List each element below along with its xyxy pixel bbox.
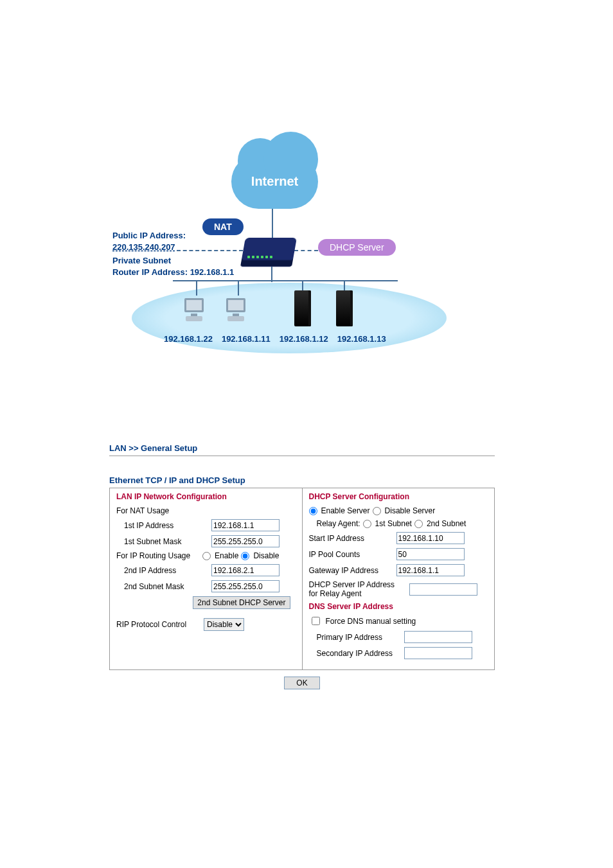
- first-mask-label: 1st Subnet Mask: [116, 537, 208, 546]
- gateway-input[interactable]: [396, 564, 465, 576]
- public-ip-value: 220.135.240.207: [112, 242, 234, 253]
- second-ip-label: 2nd IP Address: [116, 566, 208, 575]
- pool-counts-label: IP Pool Counts: [309, 550, 393, 559]
- relay-1st-subnet-label: 1st Subnet: [375, 519, 412, 528]
- svg-rect-3: [186, 316, 202, 321]
- router-ip-label: Router IP Address: 192.168.1.1: [112, 267, 234, 278]
- lan-ip-title: LAN IP Network Configuration: [116, 492, 296, 501]
- svg-rect-7: [227, 316, 244, 321]
- ok-button[interactable]: OK: [284, 677, 319, 689]
- routing-enable-radio[interactable]: [202, 552, 211, 560]
- internet-cloud: Internet: [231, 154, 318, 209]
- rip-label: RIP Protocol Control: [116, 620, 200, 629]
- relay-2nd-subnet-label: 2nd Subnet: [427, 519, 466, 528]
- first-ip-input[interactable]: [211, 519, 280, 531]
- first-mask-input[interactable]: [211, 535, 280, 547]
- network-diagram: Internet NAT DHCP Server Public IP Addre…: [119, 154, 494, 385]
- start-ip-input[interactable]: [396, 532, 465, 544]
- relay-ip-label: DHCP Server IP Address for Relay Agent: [309, 580, 405, 598]
- pc-icon: [182, 296, 211, 325]
- enable-server-radio[interactable]: [309, 507, 317, 515]
- secondary-dns-input[interactable]: [404, 647, 472, 659]
- diagram-left-labels: Public IP Address: 220.135.240.207 Priva…: [112, 230, 234, 278]
- server-icon: [294, 290, 311, 326]
- gateway-label: Gateway IP Address: [309, 566, 393, 575]
- host-ip: 192.168.1.12: [280, 334, 328, 344]
- host-ip: 192.168.1.13: [337, 334, 386, 344]
- force-dns-label: Force DNS manual setting: [326, 617, 416, 626]
- server-icon: [336, 290, 353, 326]
- breadcrumb: LAN >> General Setup: [109, 443, 495, 456]
- dhcp-server-badge: DHCP Server: [318, 239, 396, 256]
- pc-icon: [224, 296, 253, 325]
- svg-rect-2: [191, 314, 197, 316]
- for-nat-usage-label: For NAT Usage: [116, 506, 200, 515]
- second-ip-input[interactable]: [211, 564, 280, 576]
- dhcp-title: DHCP Server Configuration: [309, 492, 488, 501]
- public-ip-label: Public IP Address:: [112, 230, 234, 242]
- secondary-dns-label: Secondary IP Address: [309, 649, 400, 658]
- svg-rect-6: [233, 314, 239, 316]
- dhcp-column: DHCP Server Configuration Enable Server …: [302, 488, 495, 669]
- host-ip-row: 192.168.1.22 192.168.1.11 192.168.1.12 1…: [164, 334, 386, 344]
- routing-enable-label: Enable: [215, 551, 238, 560]
- internet-label: Internet: [231, 154, 318, 209]
- svg-rect-5: [228, 300, 244, 310]
- router-icon: [240, 238, 297, 267]
- svg-rect-1: [186, 300, 202, 310]
- primary-dns-input[interactable]: [404, 631, 472, 643]
- primary-dns-label: Primary IP Address: [309, 633, 400, 642]
- lan-general-setup-panel: LAN >> General Setup Ethernet TCP / IP a…: [109, 443, 495, 689]
- force-dns-checkbox[interactable]: [312, 617, 320, 625]
- host-ip: 192.168.1.11: [222, 334, 271, 344]
- section-title: Ethernet TCP / IP and DHCP Setup: [109, 475, 495, 485]
- routing-disable-label: Disable: [253, 551, 279, 560]
- for-ip-routing-label: For IP Routing Usage: [116, 551, 200, 560]
- relay-ip-input[interactable]: [409, 583, 477, 596]
- relay-1st-subnet-radio[interactable]: [363, 520, 371, 528]
- first-ip-label: 1st IP Address: [116, 521, 208, 530]
- private-subnet-label: Private Subnet: [112, 255, 234, 267]
- disable-server-radio[interactable]: [373, 507, 381, 515]
- dns-server-title: DNS Server IP Address: [309, 602, 488, 611]
- pool-counts-input[interactable]: [396, 548, 465, 560]
- rip-select[interactable]: Disable: [204, 618, 244, 631]
- start-ip-label: Start IP Address: [309, 534, 393, 543]
- enable-server-label: Enable Server: [321, 506, 370, 515]
- routing-disable-radio[interactable]: [241, 552, 249, 560]
- host-ip: 192.168.1.22: [164, 334, 213, 344]
- lan-ip-column: LAN IP Network Configuration For NAT Usa…: [110, 488, 302, 669]
- relay-agent-label: Relay Agent:: [317, 519, 360, 528]
- second-mask-label: 2nd Subnet Mask: [116, 582, 208, 591]
- relay-2nd-subnet-radio[interactable]: [414, 520, 423, 528]
- second-mask-input[interactable]: [211, 580, 280, 592]
- second-subnet-dhcp-button[interactable]: 2nd Subnet DHCP Server: [193, 596, 290, 609]
- disable-server-label: Disable Server: [385, 506, 436, 515]
